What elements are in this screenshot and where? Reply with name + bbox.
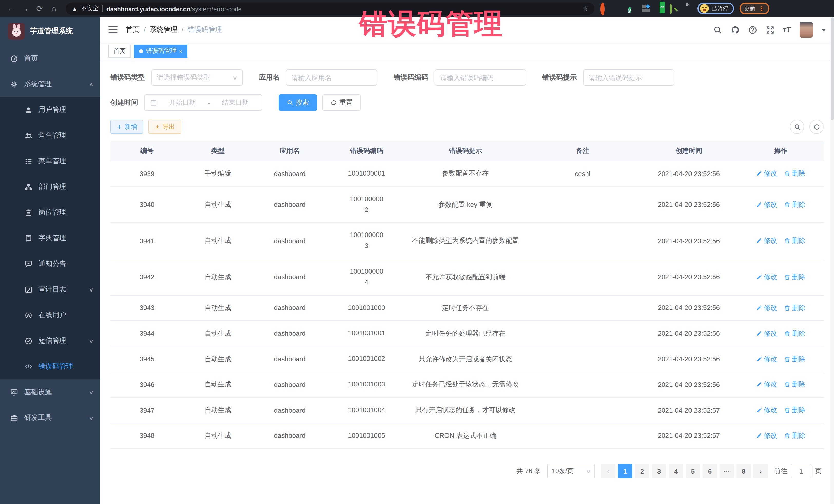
extension-orange-icon[interactable]: [600, 4, 609, 13]
sidebar-logo-row[interactable]: 芋道管理系统: [0, 17, 100, 46]
reset-button[interactable]: 重置: [322, 94, 361, 111]
prev-page-button[interactable]: ‹: [601, 464, 615, 479]
sidebar-item-短信管理[interactable]: 短信管理∨: [0, 328, 100, 354]
goto-page-input[interactable]: [791, 464, 811, 479]
delete-link[interactable]: 删除: [785, 169, 806, 178]
add-button[interactable]: 新增: [110, 119, 143, 134]
sidebar-item-通知公告[interactable]: 通知公告: [0, 251, 100, 277]
delete-link[interactable]: 删除: [785, 431, 806, 440]
scrollbar-thumb[interactable]: [831, 18, 834, 120]
delete-link[interactable]: 删除: [785, 200, 806, 209]
edit-link[interactable]: 修改: [756, 236, 777, 245]
bookmark-star-icon[interactable]: ☆: [582, 5, 588, 12]
search-button[interactable]: 搜索: [279, 94, 317, 111]
delete-link[interactable]: 删除: [785, 354, 806, 364]
tab-error-code[interactable]: 错误码管理 ×: [134, 44, 188, 58]
browser-refresh-icon[interactable]: ⟳: [34, 3, 45, 14]
page-button-1[interactable]: 1: [618, 464, 632, 479]
github-icon[interactable]: [730, 25, 739, 34]
browser-menu-icon[interactable]: ⋮: [759, 6, 765, 11]
sidebar-item-审计日志[interactable]: 审计日志∨: [0, 277, 100, 302]
page-scrollbar[interactable]: [830, 17, 834, 504]
edit-link[interactable]: 修改: [756, 329, 777, 338]
page-button-4[interactable]: 4: [669, 464, 683, 479]
breadcrumb-system[interactable]: 系统管理: [150, 25, 178, 35]
delete-link[interactable]: 删除: [785, 406, 806, 415]
sidebar-item-研发工具[interactable]: 研发工具∨: [0, 405, 100, 431]
error-hint-input[interactable]: [589, 74, 669, 81]
page-button-6[interactable]: 6: [703, 464, 717, 479]
delete-link[interactable]: 删除: [785, 329, 806, 338]
profile-paused-chip[interactable]: 已暂停: [698, 3, 734, 14]
edit-link[interactable]: 修改: [756, 169, 777, 178]
sidebar-item-label: 通知公告: [39, 259, 66, 268]
export-button[interactable]: 导出: [148, 119, 181, 134]
delete-link[interactable]: 删除: [785, 272, 806, 282]
page-button-3[interactable]: 3: [652, 464, 666, 479]
sidebar-item-部门管理[interactable]: 部门管理: [0, 174, 100, 200]
tab-home[interactable]: 首页: [108, 44, 131, 58]
error-code-input[interactable]: [440, 74, 520, 81]
date-range-picker[interactable]: 开始日期 - 结束日期: [144, 94, 262, 111]
browser-back-icon[interactable]: ←: [5, 3, 17, 14]
edit-icon: [756, 305, 762, 311]
edit-link[interactable]: 修改: [756, 200, 777, 209]
address-bar[interactable]: ▲ 不安全 dashboard.yudao.iocoder.cn/system/…: [66, 2, 594, 15]
more-pages-button[interactable]: ···: [720, 464, 734, 479]
page-size-select[interactable]: 10条/页 ∨: [547, 464, 595, 479]
extension-tampermonkey-icon[interactable]: on: [656, 5, 664, 12]
sidebar-item-字典管理[interactable]: 字典管理: [0, 225, 100, 251]
sidebar-item-菜单管理[interactable]: 菜单管理: [0, 148, 100, 174]
cell-remark: ceshi: [525, 161, 640, 187]
font-size-icon[interactable]: тT: [783, 26, 791, 34]
cell-id: 3942: [110, 259, 184, 295]
extension-blue-icon[interactable]: [614, 4, 622, 13]
tab-close-icon[interactable]: ×: [179, 48, 182, 54]
cell-hint: 参数配置不存在: [406, 161, 526, 187]
header-search-icon[interactable]: [713, 25, 722, 34]
edit-link[interactable]: 修改: [756, 431, 777, 440]
breadcrumb-home[interactable]: 首页: [126, 25, 139, 35]
sidebar-item-在线用户[interactable]: 在线用户: [0, 302, 100, 328]
extension-grid-icon[interactable]: [642, 4, 650, 13]
hamburger-icon[interactable]: [108, 26, 117, 34]
browser-home-icon[interactable]: ⌂: [48, 3, 60, 14]
extension-key-icon[interactable]: [670, 4, 678, 13]
delete-link[interactable]: 删除: [785, 236, 806, 245]
sidebar-item-角色管理[interactable]: 角色管理: [0, 123, 100, 148]
sidebar-item-系统管理[interactable]: 系统管理∧: [0, 71, 100, 97]
cell-type: 自动生成: [184, 397, 252, 423]
user-menu-caret-icon[interactable]: [822, 28, 826, 31]
cell-remark: [525, 397, 640, 423]
sidebar-item-用户管理[interactable]: 用户管理: [0, 97, 100, 123]
refresh-table-button[interactable]: [809, 119, 824, 134]
fullscreen-icon[interactable]: [766, 25, 774, 34]
extension-green-y-icon[interactable]: y: [628, 4, 636, 13]
page-button-2[interactable]: 2: [635, 464, 649, 479]
edit-link[interactable]: 修改: [756, 406, 777, 415]
page-button-8[interactable]: 8: [737, 464, 751, 479]
app-name-input[interactable]: [291, 74, 372, 81]
sidebar-item-错误码管理[interactable]: 错误码管理: [0, 354, 100, 379]
edit-link[interactable]: 修改: [756, 380, 777, 389]
edit-link[interactable]: 修改: [756, 272, 777, 282]
delete-link[interactable]: 删除: [785, 380, 806, 389]
cell-remark: [525, 346, 640, 372]
toggle-search-button[interactable]: [790, 119, 804, 134]
sidebar-item-label: 错误码管理: [39, 362, 73, 371]
user-avatar[interactable]: [799, 22, 813, 38]
edit-link[interactable]: 修改: [756, 303, 777, 312]
browser-forward-icon[interactable]: →: [20, 3, 31, 14]
edit-link[interactable]: 修改: [756, 354, 777, 364]
browser-update-button[interactable]: 更新 ⋮: [740, 3, 769, 14]
page-button-5[interactable]: 5: [686, 464, 700, 479]
delete-link[interactable]: 删除: [785, 303, 806, 312]
sidebar-item-基础设施[interactable]: 基础设施∨: [0, 379, 100, 405]
cell-actions: 修改删除: [738, 397, 824, 423]
help-icon[interactable]: [748, 25, 757, 34]
error-type-select[interactable]: 请选择错误码类型 ∨: [151, 69, 242, 86]
extensions-puzzle-icon[interactable]: [684, 4, 692, 13]
sidebar-item-首页[interactable]: 首页: [0, 46, 100, 71]
sidebar-item-岗位管理[interactable]: 岗位管理: [0, 200, 100, 225]
next-page-button[interactable]: ›: [753, 464, 768, 479]
